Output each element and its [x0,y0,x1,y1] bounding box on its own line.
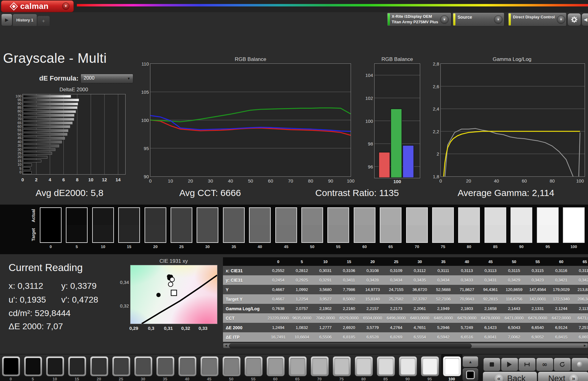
grayscale-swatch-0 [40,207,62,243]
stop-icon [490,362,494,367]
grayscale-swatch-45 [275,207,297,243]
pattern-patch-button-0[interactable] [2,356,20,376]
pattern-patch-button-60[interactable] [266,356,285,376]
pattern-patch-button-65[interactable] [288,356,307,376]
scroll-right-icon[interactable]: ▶ [582,343,587,348]
grayscale-swatch-60 [354,207,375,243]
deltae-x-tick: 10 [88,177,93,182]
chevron-down-icon: ▼ [127,77,130,80]
meter-dropdown[interactable]: X-Rite i1Display OEM Titan Army P275MV P… [387,13,451,26]
swatch-level-label: 85 [484,244,506,249]
deltae-bar-90 [23,103,78,105]
pattern-patch-button-50[interactable] [222,356,241,376]
rgb-line-y-tick: 105 [141,89,149,95]
reading-de2000: ΔE 2000: 7,07 [9,322,63,331]
grayscale-swatch-band: Actual Target 05101520253035404550556065… [0,205,588,254]
scrollbar-thumb[interactable] [229,344,472,348]
swatch-level-label: 25 [171,244,192,249]
display-control-dropdown[interactable]: Direct Display Control ▼ [508,13,567,26]
frame-step-button[interactable] [518,358,536,371]
chevron-left-icon: ◀ [584,17,587,22]
pattern-patch-button-35[interactable] [156,356,175,376]
loop-button[interactable]: ∞ [536,358,553,371]
pattern-patch-button-70[interactable] [311,356,329,376]
swatch-level-label: 30 [197,244,218,249]
scroll-left-icon[interactable]: ◀ [224,343,228,348]
logo-dropdown-icon[interactable]: ▼ [62,2,70,10]
pattern-patch-button-5[interactable] [24,356,42,376]
tab-history-1[interactable]: History 1 [13,14,37,26]
spectrum-strip [77,4,588,6]
rgb-line-x-tick: 50 [248,178,253,183]
deltae-bar-85 [23,106,77,109]
pattern-up-button[interactable]: ▲ [462,356,478,367]
triangle-up-icon: ▲ [469,360,473,364]
meter-display-name: Titan Army P275MV Plus [392,20,438,24]
rgb-bar-y-tick: 102 [365,95,373,100]
deltae-y-tick: 15 [17,159,21,163]
pattern-patch-button-10[interactable] [46,356,64,376]
pattern-window-button[interactable] [462,368,478,381]
deltae-bar-60 [23,125,70,128]
table-scrollbar[interactable]: ◀ ▶ [223,343,588,348]
deltae-bar-35 [23,145,59,147]
next-button[interactable]: Next » [538,372,588,381]
pattern-patch-button-45[interactable] [200,356,219,376]
gamma-y-tick: 1,8 [433,174,439,179]
grayscale-swatch-20 [145,207,166,243]
play-button[interactable] [501,358,518,371]
black-patch-icon [466,371,475,379]
deltae-y-tick: 60 [17,125,21,128]
deltae-y-tick: 75 [17,113,21,117]
pattern-patch-button-20[interactable] [90,356,108,376]
pattern-patch-button-40[interactable] [178,356,197,376]
pattern-patch-button-95[interactable] [421,356,439,376]
deltae-x-tick: 12 [102,177,107,182]
source-dropdown[interactable]: Source ▼ [452,13,504,26]
pattern-patch-button-15[interactable] [68,356,86,376]
sphere-button[interactable] [571,358,588,371]
swatch-level-label: 90 [511,244,532,249]
pattern-patch-button-25[interactable] [112,356,130,376]
settings-button[interactable] [567,13,581,26]
cie-x-tick: 0,3 [148,326,154,331]
table-row: ΔE ITP16,749110,66046,55066,81856,65286,… [223,332,588,342]
pattern-patch-button-75[interactable] [333,356,351,376]
patch-level-label: 40 [178,377,196,381]
avg-cct-stat: Avg CCT: 6666 [179,188,241,198]
deltae-bar-65 [23,122,73,124]
patch-level-label: 100 [443,377,461,381]
session-play-button[interactable]: ▶ [1,14,12,26]
swatch-level-label: 65 [380,244,401,249]
frame-step-icon [524,362,530,367]
rgb-balance-bar-chart [374,63,420,178]
rgb-bar-y-tick: 100 [365,118,373,123]
refresh-button[interactable] [554,358,571,371]
pattern-patch-button-85[interactable] [377,356,395,376]
patch-level-label: 75 [333,377,350,381]
rgb-line-x-tick: 10 [168,178,173,183]
de-formula-dropdown[interactable]: 2000 ▼ [81,74,133,83]
meter-status-indicator [388,13,390,25]
pattern-patch-button-80[interactable] [355,356,373,376]
add-tab-button[interactable]: + [37,16,50,26]
table-row: x: CIE310,25520,28120,30310,31060,31080,… [223,266,588,275]
pattern-patch-button-30[interactable] [134,356,153,376]
back-button[interactable]: « Back [483,372,537,381]
gamma-y-tick: 2,6 [433,84,439,89]
collapse-panel-button[interactable]: ◀ [582,13,588,26]
rgb-balance-line-chart [150,63,351,177]
deltae-y-tick: 25 [17,151,21,155]
rgb-line-y-tick: 100 [141,118,149,123]
grayscale-swatch-50 [301,207,323,243]
patch-level-label: 50 [222,377,240,381]
pattern-patch-button-100[interactable] [443,356,461,376]
grayscale-swatch-90 [511,207,532,243]
pattern-patch-button-90[interactable] [399,356,417,376]
patch-level-label: 0 [2,377,20,381]
cie-x-tick: 0,29 [129,326,138,331]
deltae-bar-100 [23,95,71,98]
pattern-patch-button-55[interactable] [244,356,263,376]
stop-button[interactable] [483,358,500,371]
deltae-x-tick: 4 [49,177,51,182]
